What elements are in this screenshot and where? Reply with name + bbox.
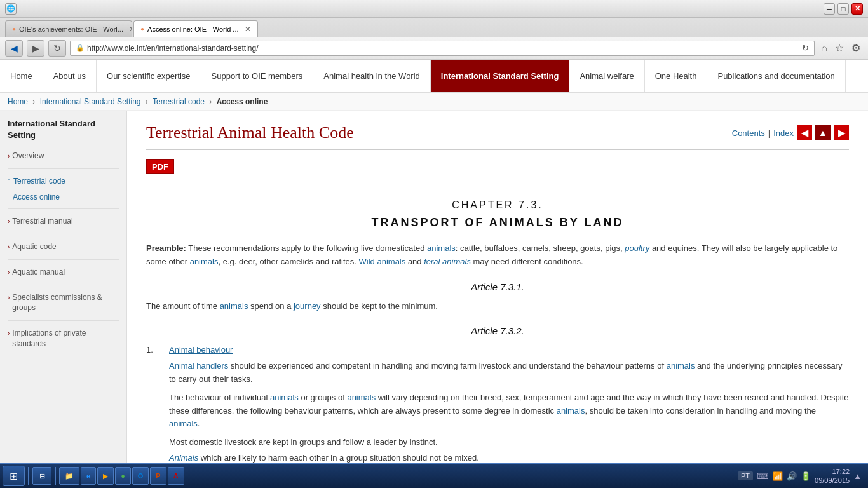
tab-close-1[interactable]: ✕ bbox=[129, 25, 132, 34]
preamble-poultry-link[interactable]: poultry bbox=[625, 243, 649, 253]
tab-label-1: OIE's achievements: OIE - Worl... bbox=[19, 25, 123, 33]
preamble-animals-link-2[interactable]: animals bbox=[190, 257, 219, 266]
tab-close-2[interactable]: ✕ bbox=[245, 25, 251, 34]
nav-animal-welfare[interactable]: Animal welfare bbox=[569, 60, 644, 92]
para1-animals-link[interactable]: animals bbox=[667, 361, 695, 370]
content-header: Terrestrial Animal Health Code Contents … bbox=[146, 123, 849, 150]
chevron-implications-icon: › bbox=[8, 329, 10, 338]
breadcrumb-home[interactable]: Home bbox=[8, 97, 28, 106]
sidebar-item-specialists[interactable]: › Specialists commissions & groups bbox=[0, 289, 126, 317]
nav-right-buttons: ⌂ ☆ ⚙ bbox=[818, 41, 863, 55]
clock-date: 09/09/2015 bbox=[815, 476, 850, 485]
sidebar-item-overview[interactable]: › Overview bbox=[0, 147, 126, 165]
article1-animals-link[interactable]: animals bbox=[220, 301, 248, 311]
up-arrow-button[interactable]: ▲ bbox=[815, 125, 831, 140]
article1-journey-link[interactable]: journey bbox=[294, 301, 321, 311]
para4-animals-link[interactable]: Animals bbox=[169, 453, 198, 463]
browser-tab-1[interactable]: ● OIE's achievements: OIE - Worl... ✕ bbox=[5, 20, 132, 37]
favorites-icon[interactable]: ☆ bbox=[832, 41, 846, 55]
taskbar-divider-1 bbox=[28, 467, 29, 485]
breadcrumb-current: Access online bbox=[217, 97, 268, 106]
animal-behaviour-link[interactable]: Animal behaviour bbox=[169, 344, 849, 357]
back-button[interactable]: ◀ bbox=[5, 40, 23, 57]
maximize-button[interactable]: □ bbox=[837, 3, 849, 15]
article-2-heading: Article 7.3.2. bbox=[146, 325, 849, 336]
sidebar-label-terrestrial-code: Terrestrial code bbox=[13, 176, 65, 187]
taskbar-app-outlook[interactable]: O bbox=[132, 467, 149, 485]
preamble-eg-text: , e.g. deer, other camelids and ratites. bbox=[218, 257, 358, 266]
taskbar-app-acrobat[interactable]: A bbox=[168, 467, 184, 485]
breadcrumb-terrestrial-code[interactable]: Terrestrial code bbox=[153, 97, 205, 106]
main-nav: Home About us Our scientific expertise S… bbox=[0, 60, 868, 93]
tab-bar: ● OIE's achievements: OIE - Worl... ✕ ● … bbox=[0, 18, 868, 37]
address-text: http://www.oie.int/en/international-stan… bbox=[87, 44, 799, 53]
nav-home[interactable]: Home bbox=[0, 60, 43, 92]
sidebar-item-aquatic-code[interactable]: › Aquatic code bbox=[0, 238, 126, 255]
preamble-feral-link[interactable]: feral animals bbox=[424, 257, 471, 266]
sidebar-item-implications[interactable]: › Implications of private standards bbox=[0, 325, 126, 353]
contents-link[interactable]: Contents bbox=[732, 128, 765, 138]
para2-a1-link[interactable]: animals bbox=[270, 393, 299, 402]
taskbar: ⊞ ⊟ 📁 e ▶ ● O P A PT ⌨ 📶 🔊 🔋 17:22 09/09… bbox=[0, 463, 868, 488]
taskbar-app-media[interactable]: ▶ bbox=[97, 467, 114, 485]
start-button[interactable]: ⊞ bbox=[3, 466, 25, 486]
minimize-button[interactable]: ─ bbox=[824, 3, 835, 15]
browser-tab-2[interactable]: ● Access online: OIE - World ... ✕ bbox=[133, 20, 258, 37]
nav-one-health[interactable]: One Health bbox=[645, 60, 708, 92]
para2: The behaviour of individual animals or g… bbox=[169, 391, 849, 431]
nav-publications[interactable]: Publications and documentation bbox=[707, 60, 845, 92]
preamble-wild-link[interactable]: Wild animals bbox=[359, 257, 406, 266]
sidebar-label-overview: Overview bbox=[12, 151, 44, 161]
sidebar-label-aquatic-code: Aquatic code bbox=[12, 241, 56, 252]
forward-button[interactable]: ▶ bbox=[27, 40, 44, 57]
list-item-section-1: 1. Animal behaviour Animal handlers shou… bbox=[146, 344, 849, 468]
para2-a4-link[interactable]: animals bbox=[169, 419, 198, 428]
taskbar-app-ie[interactable]: e bbox=[81, 467, 96, 485]
taskbar-acrobat-icon: A bbox=[173, 472, 179, 480]
breadcrumb-int-standard[interactable]: International Standard Setting bbox=[40, 97, 141, 106]
chapter-title: TRANSPORT OF ANIMALS BY LAND bbox=[146, 216, 849, 229]
next-arrow-button[interactable]: ▶ bbox=[834, 125, 849, 140]
settings-icon[interactable]: ⚙ bbox=[849, 41, 863, 55]
preamble-label: Preamble: bbox=[146, 243, 186, 253]
sidebar-sub-access-online[interactable]: Access online bbox=[0, 190, 126, 205]
tab-label-2: Access online: OIE - World ... bbox=[147, 25, 238, 33]
taskbar-show-desktop[interactable]: ⊟ bbox=[32, 467, 51, 485]
battery-icon: 🔋 bbox=[801, 471, 811, 481]
para2-a2-link[interactable]: animals bbox=[347, 393, 376, 402]
pdf-badge[interactable]: PDF bbox=[146, 159, 174, 174]
nav-about[interactable]: About us bbox=[43, 60, 97, 92]
taskbar-app-powerpoint[interactable]: P bbox=[150, 467, 166, 485]
address-bar[interactable]: 🔒 http://www.oie.int/en/international-st… bbox=[70, 41, 815, 56]
close-button[interactable]: ✕ bbox=[851, 3, 863, 15]
para2-a3-link[interactable]: animals bbox=[557, 406, 585, 416]
chevron-terrestrial-manual-icon: › bbox=[8, 217, 10, 226]
para2-end: , should be taken into consideration in … bbox=[585, 406, 816, 416]
tab-favicon-2: ● bbox=[140, 25, 144, 32]
refresh-button[interactable]: ↻ bbox=[48, 40, 66, 57]
address-refresh-icon[interactable]: ↻ bbox=[802, 43, 809, 53]
nav-animal-health[interactable]: Animal health in the World bbox=[313, 60, 431, 92]
content-nav: Contents | Index ◀ ▲ ▶ bbox=[732, 125, 849, 140]
sidebar-item-aquatic-manual[interactable]: › Aquatic manual bbox=[0, 264, 126, 281]
nav-int-standard[interactable]: International Standard Setting bbox=[431, 60, 570, 92]
nav-scientific[interactable]: Our scientific expertise bbox=[97, 60, 201, 92]
prev-arrow-button[interactable]: ◀ bbox=[797, 125, 812, 140]
taskbar-ie-icon: e bbox=[86, 472, 90, 480]
sidebar-item-terrestrial-manual[interactable]: › Terrestrial manual bbox=[0, 213, 126, 230]
chapter-heading: CHAPTER 7.3. bbox=[146, 200, 849, 211]
lock-icon: 🔒 bbox=[76, 44, 85, 52]
preamble-animals-link-1[interactable]: animals bbox=[427, 243, 456, 253]
sidebar-divider-3 bbox=[8, 234, 119, 234]
animal-handlers-link[interactable]: Animal handlers bbox=[169, 361, 228, 370]
taskbar-app-explorer[interactable]: 📁 bbox=[59, 467, 79, 485]
home-icon[interactable]: ⌂ bbox=[818, 41, 830, 55]
taskbar-app-chrome[interactable]: ● bbox=[115, 467, 131, 485]
index-link[interactable]: Index bbox=[773, 128, 794, 138]
sidebar-title: International Standard Setting bbox=[0, 118, 126, 147]
taskbar-divider-2 bbox=[55, 467, 56, 485]
nav-support[interactable]: Support to OIE members bbox=[201, 60, 314, 92]
breadcrumb: Home › International Standard Setting › … bbox=[0, 93, 868, 111]
windows-icon: ⊞ bbox=[10, 470, 18, 482]
sidebar-item-terrestrial-code[interactable]: ˅ Terrestrial code bbox=[0, 173, 126, 190]
